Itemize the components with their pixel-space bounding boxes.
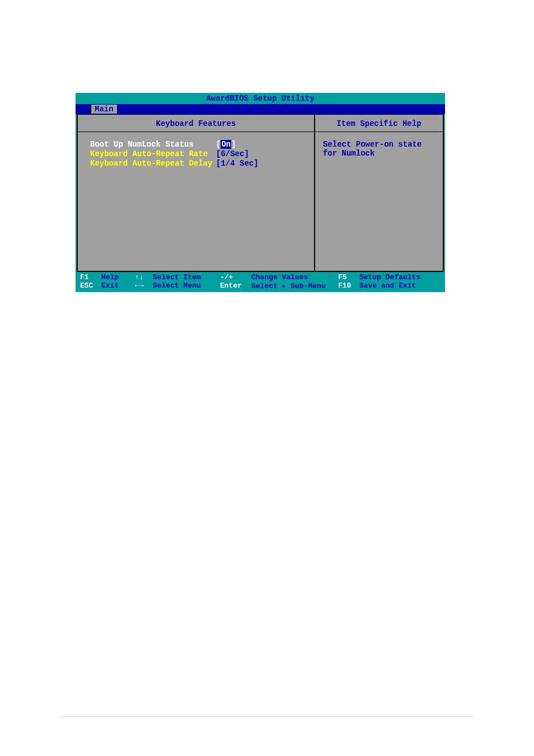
key-f1: F1 bbox=[80, 273, 101, 281]
key-f10: F10 bbox=[338, 281, 359, 290]
settings-body: Boot Up NumLock Status [On] Keyboard Aut… bbox=[78, 132, 314, 271]
setting-repeat-delay[interactable]: Keyboard Auto-Repeat Delay [1/4 Sec] bbox=[90, 159, 306, 168]
menu-bar: Main bbox=[76, 104, 445, 114]
action-setup-defaults: Setup Defaults bbox=[359, 273, 420, 281]
help-header: Item Specific Help bbox=[315, 115, 443, 132]
help-body: Select Power-on state for Numlock bbox=[315, 132, 443, 271]
action-select-item: Select Item bbox=[153, 273, 220, 281]
setting-repeat-rate[interactable]: Keyboard Auto-Repeat Rate [6/Sec] bbox=[90, 149, 306, 158]
setting-value: [1/4 Sec] bbox=[216, 159, 259, 168]
footer-row-1: F1 Help ↑↓ Select Item -/+ Change Values… bbox=[80, 273, 441, 281]
action-save-exit: Save and Exit bbox=[359, 281, 416, 290]
setting-value: [6/Sec] bbox=[216, 149, 249, 158]
key-f5: F5 bbox=[338, 273, 359, 281]
setting-value: [On] bbox=[216, 140, 236, 149]
settings-header: Keyboard Features bbox=[78, 115, 314, 132]
key-enter: Enter bbox=[220, 281, 251, 290]
setting-numlock[interactable]: Boot Up NumLock Status [On] bbox=[90, 140, 306, 149]
action-exit: Exit bbox=[101, 281, 135, 290]
setting-label: Keyboard Auto-Repeat Delay bbox=[90, 159, 216, 168]
footer-bar: F1 Help ↑↓ Select Item -/+ Change Values… bbox=[76, 272, 445, 292]
action-submenu: Select ▸ Sub-Menu bbox=[251, 281, 338, 290]
tab-main[interactable]: Main bbox=[90, 105, 117, 114]
action-help: Help bbox=[101, 273, 135, 281]
setting-label: Keyboard Auto-Repeat Rate bbox=[90, 149, 216, 158]
title-bar: AwardBIOS Setup Utility bbox=[76, 93, 445, 104]
help-text: for Numlock bbox=[323, 149, 438, 158]
help-panel: Item Specific Help Select Power-on state… bbox=[315, 115, 443, 271]
content-area: Keyboard Features Boot Up NumLock Status… bbox=[77, 114, 444, 272]
settings-panel: Keyboard Features Boot Up NumLock Status… bbox=[78, 115, 315, 271]
footer-row-2: ESC Exit ←→ Select Menu Enter Select ▸ S… bbox=[80, 281, 441, 290]
plusminus-icon: -/+ bbox=[220, 273, 251, 281]
key-esc: ESC bbox=[80, 281, 101, 290]
action-change-values: Change Values bbox=[251, 273, 338, 281]
updown-icon: ↑↓ bbox=[135, 273, 153, 281]
action-select-menu: Select Menu bbox=[153, 281, 220, 290]
help-text: Select Power-on state bbox=[323, 140, 438, 149]
leftright-icon: ←→ bbox=[135, 281, 153, 290]
page-divider bbox=[60, 716, 474, 717]
setting-label: Boot Up NumLock Status bbox=[90, 140, 216, 149]
bios-window: AwardBIOS Setup Utility Main Keyboard Fe… bbox=[76, 93, 445, 292]
